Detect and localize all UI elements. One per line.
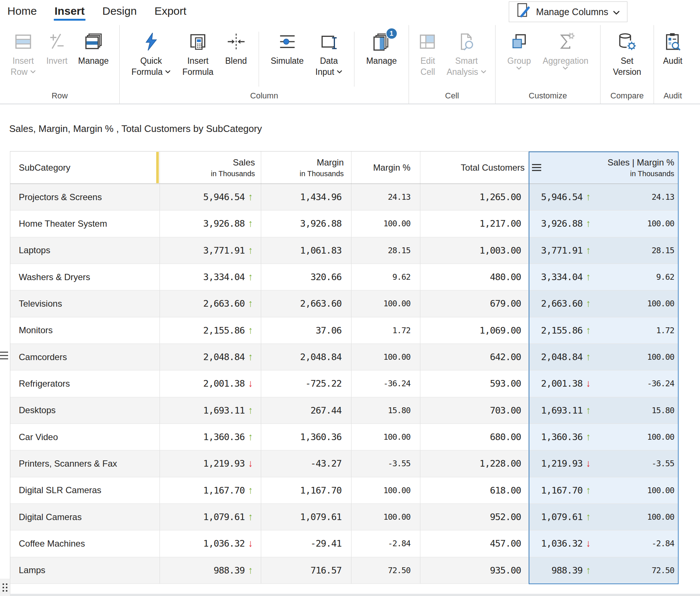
sales-cell[interactable]: 1,360.36↑: [160, 424, 261, 450]
sales-cell[interactable]: 1,079.61↑: [160, 504, 261, 530]
selected-sales-margin-cell[interactable]: 2,001.38↓-36.24: [529, 370, 679, 397]
table-row[interactable]: Washers & Dryers3,334.04↑320.669.62480.0…: [10, 264, 679, 290]
margin-cell[interactable]: -725.22: [261, 370, 351, 397]
table-row[interactable]: Home Theater System3,926.88↑3,926.88100.…: [10, 210, 679, 237]
total-customers-cell[interactable]: 618.00: [420, 477, 529, 503]
sales-cell[interactable]: 988.39↑: [160, 557, 261, 583]
column-header-sales[interactable]: Salesin Thousands: [160, 151, 261, 184]
total-customers-cell[interactable]: 1,003.00: [420, 237, 529, 264]
table-row[interactable]: Projectors & Screens5,946.54↑1,434.9624.…: [10, 184, 679, 210]
column-header-selected-sales-margin-pct[interactable]: Sales | Margin %in Thousands: [529, 151, 679, 184]
margin-cell[interactable]: 2,663.60: [261, 290, 351, 317]
selected-sales-margin-cell[interactable]: 3,334.04↑9.62: [529, 264, 679, 290]
column-header-subcategory[interactable]: SubCategory: [10, 151, 160, 184]
selected-sales-margin-cell[interactable]: 2,048.84↑100.00: [529, 344, 679, 370]
subcategory-cell[interactable]: Projectors & Screens: [10, 184, 160, 210]
column-header-margin[interactable]: Marginin Thousands: [261, 151, 351, 184]
margin-cell[interactable]: 1,079.61: [261, 504, 351, 530]
sales-cell[interactable]: 1,219.93↓: [160, 450, 261, 477]
tab-export[interactable]: Export: [154, 0, 187, 22]
sales-cell[interactable]: 1,167.70↑: [160, 477, 261, 503]
table-row[interactable]: Car Video1,360.36↑1,360.36100.00680.001,…: [10, 424, 679, 450]
total-customers-cell[interactable]: 480.00: [420, 264, 529, 290]
tab-design[interactable]: Design: [102, 0, 137, 22]
subcategory-cell[interactable]: Laptops: [10, 237, 160, 264]
subcategory-cell[interactable]: Washers & Dryers: [10, 264, 160, 290]
sales-cell[interactable]: 1,036.32↓: [160, 530, 261, 557]
selected-sales-margin-cell[interactable]: 5,946.54↑24.13: [529, 184, 679, 210]
audit-button[interactable]: Audit: [663, 25, 683, 91]
margin-cell[interactable]: 716.57: [261, 557, 351, 583]
manage-rows-button[interactable]: Manage: [78, 25, 109, 91]
total-customers-cell[interactable]: 703.00: [420, 397, 529, 424]
margin-pct-cell[interactable]: 15.80: [351, 397, 420, 424]
total-customers-cell[interactable]: 1,265.00: [420, 184, 529, 210]
margin-cell[interactable]: 2,048.84: [261, 344, 351, 370]
margin-cell[interactable]: 1,061.83: [261, 237, 351, 264]
sales-cell[interactable]: 3,926.88↑: [160, 210, 261, 237]
margin-cell[interactable]: 267.44: [261, 397, 351, 424]
subcategory-cell[interactable]: Car Video: [10, 424, 160, 450]
subcategory-cell[interactable]: Home Theater System: [10, 210, 160, 237]
table-row[interactable]: Televisions2,663.60↑2,663.60100.00679.00…: [10, 290, 679, 317]
selected-sales-margin-cell[interactable]: 2,155.86↑1.72: [529, 317, 679, 344]
margin-cell[interactable]: -29.41: [261, 530, 351, 557]
margin-pct-cell[interactable]: 72.50: [351, 557, 420, 583]
selected-sales-margin-cell[interactable]: 1,167.70↑100.00: [529, 477, 679, 503]
table-row[interactable]: Laptops3,771.91↑1,061.8328.151,003.003,7…: [10, 237, 679, 264]
selected-sales-margin-cell[interactable]: 1,036.32↓-2.84: [529, 530, 679, 557]
margin-cell[interactable]: 1,167.70: [261, 477, 351, 503]
total-customers-cell[interactable]: 457.00: [420, 530, 529, 557]
total-customers-cell[interactable]: 1,228.00: [420, 450, 529, 477]
selected-sales-margin-cell[interactable]: 1,079.61↑100.00: [529, 504, 679, 530]
margin-cell[interactable]: 1,434.96: [261, 184, 351, 210]
sales-cell[interactable]: 5,946.54↑: [160, 184, 261, 210]
tab-home[interactable]: Home: [7, 0, 38, 22]
selected-sales-margin-cell[interactable]: 3,926.88↑100.00: [529, 210, 679, 237]
subcategory-cell[interactable]: Monitors: [10, 317, 160, 344]
simulate-button[interactable]: Simulate: [271, 25, 304, 91]
manage-columns-button[interactable]: Manage Columns: [509, 1, 627, 22]
margin-cell[interactable]: 1,360.36: [261, 424, 351, 450]
subcategory-cell[interactable]: Refrigerators: [10, 370, 160, 397]
subcategory-cell[interactable]: Desktops: [10, 397, 160, 424]
total-customers-cell[interactable]: 1,069.00: [420, 317, 529, 344]
table-row[interactable]: Digital SLR Cameras1,167.70↑1,167.70100.…: [10, 477, 679, 504]
column-drag-handle-icon[interactable]: [532, 164, 541, 173]
sales-cell[interactable]: 3,771.91↑: [160, 237, 261, 264]
quick-formula-button[interactable]: QuickFormula: [132, 25, 171, 91]
total-customers-cell[interactable]: 1,217.00: [420, 210, 529, 237]
margin-cell[interactable]: 3,926.88: [261, 210, 351, 237]
total-customers-cell[interactable]: 593.00: [420, 370, 529, 397]
subcategory-cell[interactable]: Televisions: [10, 290, 160, 317]
margin-cell[interactable]: 37.06: [261, 317, 351, 344]
total-customers-cell[interactable]: 642.00: [420, 344, 529, 370]
table-row[interactable]: Desktops1,693.11↑267.4415.80703.001,693.…: [10, 397, 679, 424]
margin-pct-cell[interactable]: 9.62: [351, 264, 420, 290]
row-drag-handle-icon[interactable]: [0, 352, 8, 362]
subcategory-cell[interactable]: Digital Cameras: [10, 504, 160, 530]
total-customers-cell[interactable]: 679.00: [420, 290, 529, 317]
margin-pct-cell[interactable]: 100.00: [351, 210, 420, 237]
selected-sales-margin-cell[interactable]: 1,360.36↑100.00: [529, 424, 679, 450]
margin-pct-cell[interactable]: -2.84: [351, 530, 420, 557]
sales-cell[interactable]: 1,693.11↑: [160, 397, 261, 424]
total-customers-cell[interactable]: 952.00: [420, 504, 529, 530]
table-row[interactable]: Coffee Machines1,036.32↓-29.41-2.84457.0…: [10, 530, 679, 557]
subcategory-cell[interactable]: Coffee Machines: [10, 530, 160, 557]
subcategory-cell[interactable]: Printers, Scanners & Fax: [10, 450, 160, 477]
margin-pct-cell[interactable]: 100.00: [351, 344, 420, 370]
margin-pct-cell[interactable]: 100.00: [351, 504, 420, 530]
margin-pct-cell[interactable]: 28.15: [351, 237, 420, 264]
selected-sales-margin-cell[interactable]: 1,693.11↑15.80: [529, 397, 679, 424]
margin-cell[interactable]: -43.27: [261, 450, 351, 477]
table-row[interactable]: Digital Cameras1,079.61↑1,079.61100.0095…: [10, 504, 679, 530]
table-row[interactable]: Lamps988.39↑716.5772.50935.00988.39↑72.5…: [10, 557, 679, 584]
margin-pct-cell[interactable]: -3.55: [351, 450, 420, 477]
manage-columns-button[interactable]: 1Manage: [366, 25, 397, 91]
margin-cell[interactable]: 320.66: [261, 264, 351, 290]
margin-pct-cell[interactable]: 1.72: [351, 317, 420, 344]
selected-sales-margin-cell[interactable]: 3,771.91↑28.15: [529, 237, 679, 264]
insert-formula-button[interactable]: InsertFormula: [182, 25, 213, 91]
margin-pct-cell[interactable]: 100.00: [351, 290, 420, 317]
